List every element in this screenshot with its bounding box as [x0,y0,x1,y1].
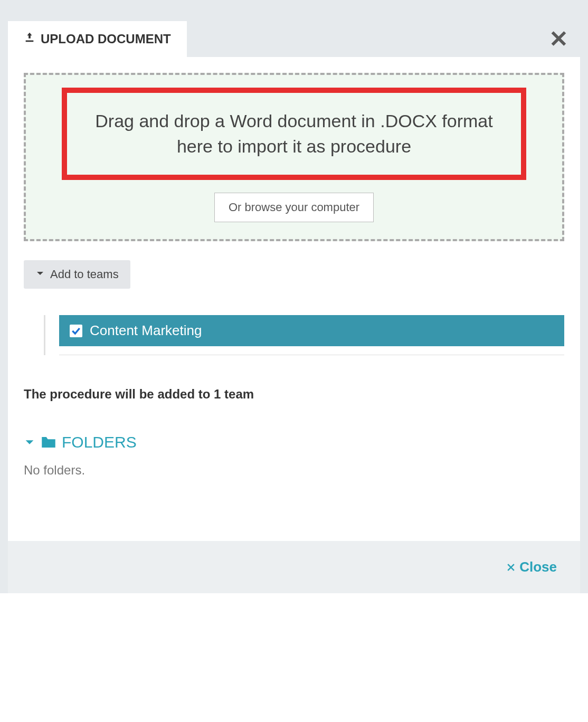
drop-text-highlight: Drag and drop a Word document in .DOCX f… [62,88,526,180]
upload-icon [24,32,35,46]
close-link-label: Close [519,559,557,575]
file-dropzone[interactable]: Drag and drop a Word document in .DOCX f… [24,73,564,241]
drop-instructions: Drag and drop a Word document in .DOCX f… [88,109,500,159]
folders-empty-text: No folders. [24,463,564,478]
modal-body: Drag and drop a Word document in .DOCX f… [8,57,580,541]
browse-computer-button[interactable]: Or browse your computer [214,193,374,222]
teams-list: Content Marketing [44,315,564,355]
divider [59,355,564,355]
team-checkbox[interactable] [70,325,82,337]
team-item[interactable]: Content Marketing [59,315,564,346]
team-item-label: Content Marketing [90,322,202,339]
upload-document-tab[interactable]: UPLOAD DOCUMENT [8,21,187,57]
add-to-teams-label: Add to teams [50,268,119,281]
close-button[interactable]: ✕ [549,27,580,51]
chevron-down-icon [35,268,45,281]
team-summary-text: The procedure will be added to 1 team [24,387,564,402]
modal-footer: Close [8,541,580,593]
upload-document-modal: UPLOAD DOCUMENT ✕ Drag and drop a Word d… [0,0,588,593]
folders-label: FOLDERS [62,433,137,451]
folders-toggle[interactable]: FOLDERS [24,433,137,451]
close-icon [506,562,516,573]
tab-label: UPLOAD DOCUMENT [41,32,171,46]
folder-icon [40,433,58,451]
close-link[interactable]: Close [506,559,557,575]
chevron-down-icon [24,436,35,448]
add-to-teams-toggle[interactable]: Add to teams [24,260,130,289]
modal-header: UPLOAD DOCUMENT ✕ [8,0,580,57]
